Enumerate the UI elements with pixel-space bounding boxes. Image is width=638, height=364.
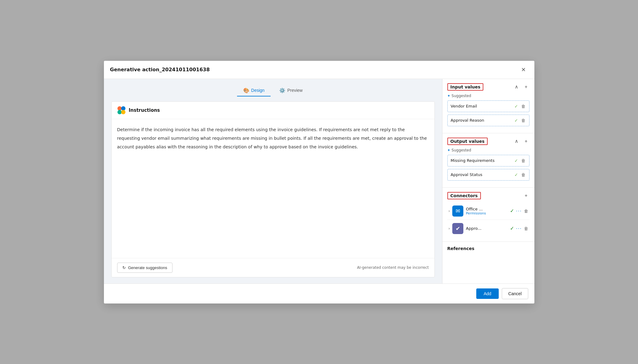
input-values-add-button[interactable]: + [523, 84, 529, 90]
approvals-icon-char: ✔ [456, 225, 460, 232]
connectors-title: Connectors [447, 192, 481, 199]
office-delete-button[interactable]: 🗑 [524, 209, 528, 213]
connectors-add-button[interactable]: + [523, 192, 529, 199]
vendor-email-check-button[interactable]: ✓ [514, 103, 519, 109]
approval-status-delete-button[interactable]: 🗑 [521, 172, 526, 178]
vendor-email-delete-button[interactable]: 🗑 [521, 103, 526, 109]
input-values-suggested-label: Suggested [452, 94, 471, 98]
input-values-section: Input values ∧ + ✦ Suggested Vendor Emai… [442, 79, 534, 133]
office-connector-name: Office ... [466, 207, 507, 211]
vendor-email-actions: ✓ 🗑 [514, 103, 526, 109]
generate-label: Generate suggestions [128, 265, 167, 270]
approvals-connector-name: Appro... [466, 226, 507, 231]
add-button[interactable]: Add [476, 288, 499, 299]
tabs-bar: 🎨 Design ⚙️ Preview [111, 85, 435, 96]
input-values-actions: ∧ + [513, 83, 529, 90]
approval-status-check-button[interactable]: ✓ [514, 172, 519, 178]
svg-point-3 [121, 110, 125, 114]
missing-requirements-actions: ✓ 🗑 [514, 158, 526, 164]
office-connector-end: ✓ ··· 🗑 [510, 208, 528, 214]
generate-icon: ↻ [122, 265, 126, 270]
approvals-delete-button[interactable]: 🗑 [524, 226, 528, 231]
connector-row-office: › ✉ Office ... Permissions ✓ ··· 🗑 [447, 202, 529, 220]
missing-requirements-delete-button[interactable]: 🗑 [521, 158, 526, 164]
modal-footer: Add Cancel [104, 284, 534, 303]
instructions-panel: Instructions Determine if the incoming i… [111, 101, 435, 277]
references-title: References [447, 246, 474, 251]
output-values-collapse-button[interactable]: ∧ [513, 138, 520, 145]
svg-point-2 [117, 110, 122, 114]
tab-design[interactable]: 🎨 Design [237, 85, 271, 96]
right-panel: Input values ∧ + ✦ Suggested Vendor Emai… [442, 79, 534, 284]
suggested-star-icon-1: ✦ [447, 94, 450, 98]
office-connector-info: Office ... Permissions [466, 207, 507, 215]
connectors-section: Connectors + › ✉ Office ... [442, 188, 534, 242]
modal-title: Generative action_20241011001638 [110, 67, 210, 72]
output-values-header: Output values ∧ + [447, 138, 529, 145]
preview-tab-icon: ⚙️ [279, 88, 285, 93]
copilot-icon [117, 106, 126, 115]
approvals-connector-end: ✓ ··· 🗑 [510, 225, 528, 231]
connector-row-approvals: › ✔ Appro... ✓ ··· 🗑 [447, 220, 529, 237]
approval-reason-delete-button[interactable]: 🗑 [521, 117, 526, 123]
tab-preview[interactable]: ⚙️ Preview [273, 85, 309, 96]
approval-reason-label: Approval Reason [451, 118, 514, 123]
output-item-approval-status: Approval Status ✓ 🗑 [447, 169, 529, 181]
output-values-actions: ∧ + [513, 138, 529, 145]
approvals-chevron-icon[interactable]: › [449, 226, 450, 231]
output-values-title: Output values [447, 138, 488, 145]
references-section: References [442, 242, 534, 255]
office-icon-char: ✉ [456, 208, 460, 214]
approvals-connector-icon: ✔ [452, 223, 463, 234]
missing-requirements-check-button[interactable]: ✓ [514, 158, 519, 164]
design-tab-icon: 🎨 [243, 88, 249, 93]
svg-point-0 [117, 106, 122, 111]
approval-status-label: Approval Status [451, 172, 514, 177]
input-values-suggested: ✦ Suggested [447, 94, 529, 98]
input-values-header: Input values ∧ + [447, 83, 529, 91]
modal-body: 🎨 Design ⚙️ Preview [104, 79, 534, 284]
modal-header: Generative action_20241011001638 ✕ [104, 61, 534, 79]
approval-reason-check-button[interactable]: ✓ [514, 117, 519, 123]
main-content-area: 🎨 Design ⚙️ Preview [104, 79, 442, 284]
approvals-connector-info: Appro... [466, 226, 507, 231]
office-check-icon: ✓ [510, 208, 514, 214]
output-values-title-wrapper: Output values [447, 138, 488, 145]
preview-tab-label: Preview [287, 88, 303, 93]
input-values-title-wrapper: Input values [447, 83, 484, 91]
design-tab-label: Design [251, 88, 265, 93]
output-values-suggested-label: Suggested [452, 148, 471, 152]
close-button[interactable]: ✕ [519, 65, 528, 74]
output-values-section: Output values ∧ + ✦ Suggested Missing Re… [442, 133, 534, 188]
svg-point-1 [121, 106, 125, 111]
approval-status-actions: ✓ 🗑 [514, 172, 526, 178]
cancel-button[interactable]: Cancel [502, 288, 528, 299]
input-item-vendor-email: Vendor Email ✓ 🗑 [447, 100, 529, 112]
connectors-actions: + [523, 192, 529, 199]
instructions-header: Instructions [112, 102, 434, 119]
modal-overlay: Generative action_20241011001638 ✕ 🎨 Des… [0, 0, 638, 364]
input-values-collapse-button[interactable]: ∧ [513, 83, 520, 90]
generate-suggestions-button[interactable]: ↻ Generate suggestions [117, 263, 172, 273]
vendor-email-label: Vendor Email [451, 104, 514, 108]
connectors-header: Connectors + [447, 192, 529, 199]
input-values-title: Input values [447, 83, 484, 91]
missing-requirements-label: Missing Requirements [451, 158, 514, 163]
modal: Generative action_20241011001638 ✕ 🎨 Des… [104, 61, 534, 303]
approvals-check-icon: ✓ [510, 225, 514, 231]
instructions-text: Determine if the incoming invoice has al… [117, 125, 429, 151]
suggested-star-icon-2: ✦ [447, 148, 450, 152]
connectors-title-wrapper: Connectors [447, 192, 481, 199]
office-connector-sub: Permissions [466, 211, 507, 215]
ai-disclaimer: AI-generated content may be incorrect [357, 265, 429, 270]
output-item-missing-requirements: Missing Requirements ✓ 🗑 [447, 155, 529, 166]
approvals-more-button[interactable]: ··· [516, 226, 522, 231]
instructions-footer: ↻ Generate suggestions AI-generated cont… [112, 258, 434, 277]
output-values-add-button[interactable]: + [523, 138, 529, 145]
office-chevron-icon[interactable]: › [449, 209, 450, 213]
office-more-button[interactable]: ··· [516, 208, 522, 214]
office-connector-icon: ✉ [452, 205, 463, 217]
input-item-approval-reason: Approval Reason ✓ 🗑 [447, 115, 529, 126]
instructions-title: Instructions [129, 108, 160, 113]
output-values-suggested: ✦ Suggested [447, 148, 529, 152]
